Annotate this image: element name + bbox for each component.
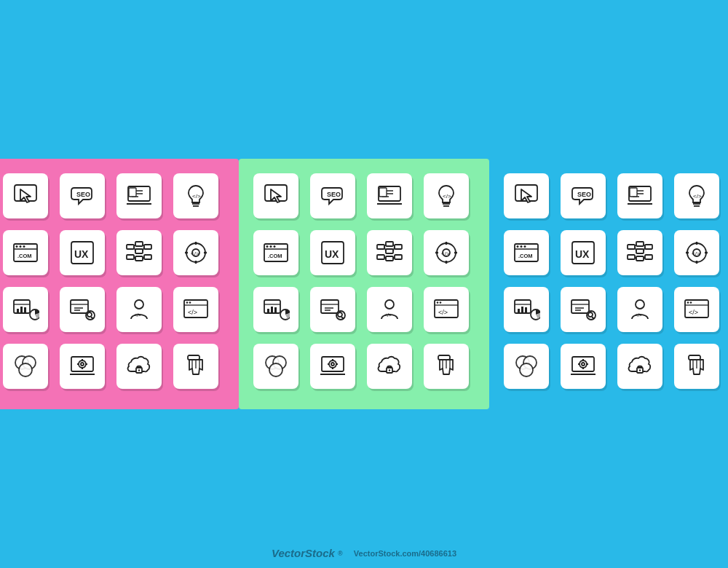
connections-icon-blue xyxy=(617,230,662,275)
svg-point-130 xyxy=(385,300,394,309)
svg-rect-24 xyxy=(127,255,134,259)
svg-rect-121 xyxy=(271,307,273,312)
svg-rect-25 xyxy=(135,256,143,261)
svg-rect-20 xyxy=(127,245,134,249)
svg-point-15 xyxy=(20,245,22,248)
svg-rect-199 xyxy=(525,307,527,312)
browser-chart-icon-pink xyxy=(3,287,48,332)
svg-rect-102 xyxy=(386,256,393,261)
svg-text:UX: UX xyxy=(325,248,339,260)
pink-panel: SEO </> xyxy=(0,159,239,409)
svg-point-149 xyxy=(389,369,390,371)
svg-point-139 xyxy=(269,363,282,376)
green-panel: SEO </> xyxy=(239,159,489,409)
svg-text:</>: </> xyxy=(693,193,702,200)
person-code-icon-green: </> xyxy=(367,287,412,332)
person-code-icon-blue: </> xyxy=(617,287,662,332)
svg-point-203 xyxy=(588,312,593,317)
circles-icon-pink xyxy=(3,344,48,389)
svg-point-170 xyxy=(524,245,526,248)
svg-rect-21 xyxy=(135,242,143,246)
svg-point-72 xyxy=(138,369,140,371)
svg-point-59 xyxy=(189,301,191,304)
svg-point-135 xyxy=(437,301,439,304)
circles-icon-green xyxy=(253,344,298,389)
svg-text:</>: </> xyxy=(441,251,450,257)
svg-point-16 xyxy=(23,245,25,248)
svg-text:.COM: .COM xyxy=(518,253,533,259)
svg-text:</>: </> xyxy=(384,312,392,317)
cursor-icon-blue xyxy=(504,173,549,218)
browser-search-icon-green xyxy=(310,287,355,332)
laptop-gear-icon-blue xyxy=(561,344,606,389)
svg-line-182 xyxy=(635,247,636,251)
svg-point-62 xyxy=(19,363,32,376)
svg-point-213 xyxy=(690,301,692,304)
svg-point-143 xyxy=(331,363,334,366)
svg-text:</>: </> xyxy=(188,309,197,316)
cloud-lock-icon-green xyxy=(367,344,412,389)
svg-rect-101 xyxy=(377,255,384,259)
svg-text:</>: </> xyxy=(134,312,141,317)
cloud-lock-icon-pink xyxy=(116,344,162,389)
laptop-gear-icon-pink xyxy=(60,344,105,389)
svg-point-91 xyxy=(266,245,269,248)
svg-rect-100 xyxy=(395,245,402,249)
svg-line-28 xyxy=(134,247,135,251)
svg-line-106 xyxy=(393,244,395,247)
blue-panel: SEO </> xyxy=(489,159,728,409)
svg-rect-22 xyxy=(135,249,143,253)
hand-pointer-icon-green xyxy=(424,344,469,389)
svg-text:SEO: SEO xyxy=(327,191,341,198)
ux-text-icon-pink: UX xyxy=(60,230,105,275)
svg-point-216 xyxy=(520,363,533,376)
svg-rect-177 xyxy=(645,245,652,249)
svg-line-107 xyxy=(393,247,395,251)
svg-point-53 xyxy=(135,300,143,309)
svg-rect-98 xyxy=(386,242,393,246)
browser-code-icon-green: </> xyxy=(424,287,469,332)
svg-text:</>: </> xyxy=(191,251,199,257)
svg-text:</>: </> xyxy=(192,193,201,200)
svg-rect-162 xyxy=(630,188,637,197)
seo-tag-icon-green: SEO xyxy=(310,173,355,218)
svg-point-93 xyxy=(274,245,276,248)
svg-rect-46 xyxy=(71,300,88,313)
svg-rect-178 xyxy=(628,255,635,259)
svg-rect-176 xyxy=(636,249,644,253)
svg-text:</>: </> xyxy=(689,309,698,316)
svg-rect-200 xyxy=(571,300,589,313)
svg-point-207 xyxy=(636,300,644,309)
svg-point-168 xyxy=(517,245,519,248)
svg-line-27 xyxy=(134,244,135,247)
brand-name: VectorStock xyxy=(272,547,335,559)
svg-rect-120 xyxy=(267,309,269,312)
svg-rect-26 xyxy=(144,255,151,259)
svg-text:</>: </> xyxy=(692,251,700,257)
domain-com-icon-pink: .COM xyxy=(3,230,48,275)
cursor-icon-pink xyxy=(3,173,48,218)
lightbulb-icon-blue: </> xyxy=(674,173,719,218)
svg-line-183 xyxy=(644,244,645,247)
svg-point-92 xyxy=(270,245,272,248)
svg-line-104 xyxy=(384,244,386,247)
svg-text:</>: </> xyxy=(635,312,642,317)
svg-text:SEO: SEO xyxy=(577,191,591,198)
laptop-gear-icon-green xyxy=(310,344,355,389)
svg-rect-103 xyxy=(395,255,402,259)
laptop-text-icon-green xyxy=(367,173,412,218)
svg-line-29 xyxy=(143,244,144,247)
svg-rect-99 xyxy=(386,249,393,253)
svg-rect-198 xyxy=(521,307,523,312)
hand-pointer-icon-pink xyxy=(173,344,218,389)
svg-rect-123 xyxy=(321,300,339,313)
svg-point-169 xyxy=(521,245,523,248)
svg-text:</>: </> xyxy=(438,309,448,316)
svg-point-14 xyxy=(16,245,18,248)
person-code-icon-pink: </> xyxy=(116,287,162,332)
svg-text:.COM: .COM xyxy=(17,253,32,259)
browser-search-icon-pink xyxy=(60,287,105,332)
watermark-url: VectorStock.com/40686613 xyxy=(354,549,456,558)
svg-point-136 xyxy=(440,301,442,304)
svg-rect-197 xyxy=(518,309,520,312)
